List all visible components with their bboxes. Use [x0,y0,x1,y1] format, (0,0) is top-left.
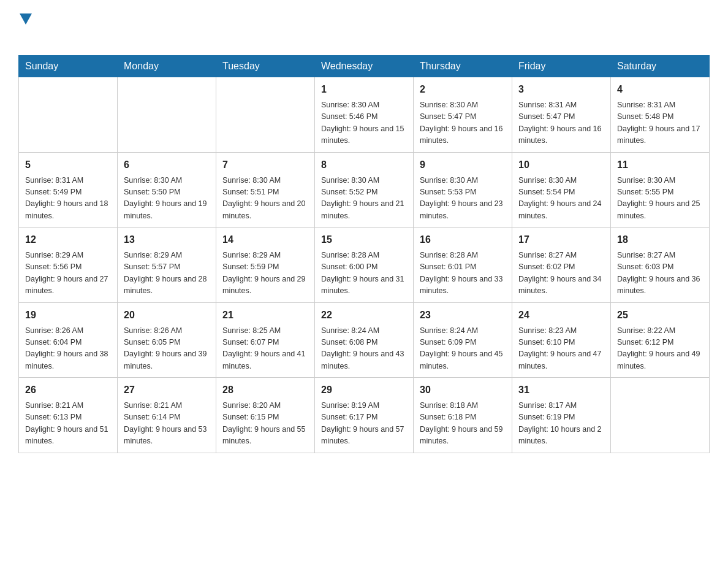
calendar-day-cell: 11Sunrise: 8:30 AMSunset: 5:55 PMDayligh… [611,152,710,228]
day-info: Sunrise: 8:31 AMSunset: 5:47 PMDaylight:… [518,99,604,147]
calendar-day-cell: 25Sunrise: 8:22 AMSunset: 6:12 PMDayligh… [611,302,710,378]
day-number: 22 [321,308,407,323]
day-number: 26 [25,383,111,397]
day-number: 15 [321,232,407,247]
calendar-day-cell: 22Sunrise: 8:24 AMSunset: 6:08 PMDayligh… [315,302,414,378]
day-number: 27 [124,383,210,397]
calendar-header-row: SundayMondayTuesdayWednesdayThursdayFrid… [19,56,710,77]
day-of-week-header: Monday [118,56,216,77]
day-number: 19 [25,308,111,323]
day-number: 21 [222,308,308,323]
day-of-week-header: Friday [512,56,611,77]
day-info: Sunrise: 8:29 AMSunset: 5:56 PMDaylight:… [25,250,111,297]
calendar-day-cell: 18Sunrise: 8:27 AMSunset: 6:03 PMDayligh… [611,228,710,303]
day-number: 10 [518,158,604,172]
day-of-week-header: Wednesday [315,56,414,77]
logo-triangle-icon [20,13,32,26]
calendar-week-row: 12Sunrise: 8:29 AMSunset: 5:56 PMDayligh… [19,228,710,303]
calendar-day-cell: 27Sunrise: 8:21 AMSunset: 6:14 PMDayligh… [118,378,216,453]
day-number: 11 [617,158,703,172]
calendar-day-cell [216,77,315,153]
calendar-day-cell: 2Sunrise: 8:30 AMSunset: 5:47 PMDaylight… [414,77,512,153]
day-info: Sunrise: 8:27 AMSunset: 6:03 PMDaylight:… [617,250,703,297]
calendar-day-cell: 14Sunrise: 8:29 AMSunset: 5:59 PMDayligh… [216,228,315,303]
svg-marker-0 [20,13,32,25]
calendar-day-cell: 29Sunrise: 8:19 AMSunset: 6:17 PMDayligh… [315,378,414,453]
day-number: 4 [617,82,703,97]
day-info: Sunrise: 8:30 AMSunset: 5:51 PMDaylight:… [222,175,308,223]
day-number: 25 [617,308,703,323]
day-number: 18 [617,232,703,247]
calendar-day-cell: 20Sunrise: 8:26 AMSunset: 6:05 PMDayligh… [118,302,216,378]
calendar-week-row: 1Sunrise: 8:30 AMSunset: 5:46 PMDaylight… [19,77,710,153]
calendar-day-cell [19,77,118,153]
day-info: Sunrise: 8:31 AMSunset: 5:48 PMDaylight:… [617,99,703,147]
calendar-day-cell: 30Sunrise: 8:18 AMSunset: 6:18 PMDayligh… [414,378,512,453]
day-info: Sunrise: 8:21 AMSunset: 6:14 PMDaylight:… [124,400,210,448]
day-of-week-header: Saturday [611,56,710,77]
day-number: 3 [518,82,604,97]
day-number: 31 [518,383,604,397]
day-info: Sunrise: 8:18 AMSunset: 6:18 PMDaylight:… [420,400,506,448]
day-number: 1 [321,82,407,97]
page-header [18,12,710,43]
day-number: 24 [518,308,604,323]
day-info: Sunrise: 8:29 AMSunset: 5:59 PMDaylight:… [222,250,308,297]
day-info: Sunrise: 8:30 AMSunset: 5:50 PMDaylight:… [124,175,210,223]
day-of-week-header: Sunday [19,56,118,77]
day-info: Sunrise: 8:30 AMSunset: 5:46 PMDaylight:… [321,99,407,147]
calendar-day-cell: 8Sunrise: 8:30 AMSunset: 5:52 PMDaylight… [315,152,414,228]
day-number: 29 [321,383,407,397]
day-number: 5 [25,158,111,172]
day-info: Sunrise: 8:29 AMSunset: 5:57 PMDaylight:… [124,250,210,297]
day-info: Sunrise: 8:27 AMSunset: 6:02 PMDaylight:… [518,250,604,297]
calendar-week-row: 26Sunrise: 8:21 AMSunset: 6:13 PMDayligh… [19,378,710,453]
day-info: Sunrise: 8:26 AMSunset: 6:05 PMDaylight:… [124,325,210,373]
day-number: 2 [420,82,506,97]
day-number: 16 [420,232,506,247]
calendar-day-cell [118,77,216,153]
day-number: 7 [222,158,308,172]
calendar-day-cell: 1Sunrise: 8:30 AMSunset: 5:46 PMDaylight… [315,77,414,153]
day-info: Sunrise: 8:30 AMSunset: 5:55 PMDaylight:… [617,175,703,223]
calendar-day-cell: 9Sunrise: 8:30 AMSunset: 5:53 PMDaylight… [414,152,512,228]
calendar-day-cell: 12Sunrise: 8:29 AMSunset: 5:56 PMDayligh… [19,228,118,303]
day-number: 8 [321,158,407,172]
day-info: Sunrise: 8:19 AMSunset: 6:17 PMDaylight:… [321,400,407,448]
calendar-day-cell: 31Sunrise: 8:17 AMSunset: 6:19 PMDayligh… [512,378,611,453]
calendar-day-cell: 17Sunrise: 8:27 AMSunset: 6:02 PMDayligh… [512,228,611,303]
calendar-day-cell: 19Sunrise: 8:26 AMSunset: 6:04 PMDayligh… [19,302,118,378]
day-info: Sunrise: 8:23 AMSunset: 6:10 PMDaylight:… [518,325,604,373]
calendar-day-cell: 26Sunrise: 8:21 AMSunset: 6:13 PMDayligh… [19,378,118,453]
calendar-day-cell: 15Sunrise: 8:28 AMSunset: 6:00 PMDayligh… [315,228,414,303]
day-number: 17 [518,232,604,247]
day-info: Sunrise: 8:22 AMSunset: 6:12 PMDaylight:… [617,325,703,373]
day-info: Sunrise: 8:17 AMSunset: 6:19 PMDaylight:… [518,400,604,448]
day-number: 20 [124,308,210,323]
day-info: Sunrise: 8:24 AMSunset: 6:09 PMDaylight:… [420,325,506,373]
day-info: Sunrise: 8:31 AMSunset: 5:49 PMDaylight:… [25,175,111,223]
calendar-table: SundayMondayTuesdayWednesdayThursdayFrid… [18,55,710,453]
calendar-day-cell: 10Sunrise: 8:30 AMSunset: 5:54 PMDayligh… [512,152,611,228]
day-info: Sunrise: 8:30 AMSunset: 5:47 PMDaylight:… [420,99,506,147]
day-info: Sunrise: 8:24 AMSunset: 6:08 PMDaylight:… [321,325,407,373]
day-info: Sunrise: 8:21 AMSunset: 6:13 PMDaylight:… [25,400,111,448]
day-number: 23 [420,308,506,323]
calendar-week-row: 5Sunrise: 8:31 AMSunset: 5:49 PMDaylight… [19,152,710,228]
day-number: 13 [124,232,210,247]
calendar-day-cell: 4Sunrise: 8:31 AMSunset: 5:48 PMDaylight… [611,77,710,153]
calendar-week-row: 19Sunrise: 8:26 AMSunset: 6:04 PMDayligh… [19,302,710,378]
calendar-day-cell: 7Sunrise: 8:30 AMSunset: 5:51 PMDaylight… [216,152,315,228]
logo [18,12,32,43]
day-info: Sunrise: 8:28 AMSunset: 6:01 PMDaylight:… [420,250,506,297]
calendar-day-cell [611,378,710,453]
calendar-day-cell: 6Sunrise: 8:30 AMSunset: 5:50 PMDaylight… [118,152,216,228]
calendar-day-cell: 5Sunrise: 8:31 AMSunset: 5:49 PMDaylight… [19,152,118,228]
day-number: 28 [222,383,308,397]
day-number: 30 [420,383,506,397]
calendar-day-cell: 13Sunrise: 8:29 AMSunset: 5:57 PMDayligh… [118,228,216,303]
day-number: 14 [222,232,308,247]
day-number: 9 [420,158,506,172]
calendar-day-cell: 23Sunrise: 8:24 AMSunset: 6:09 PMDayligh… [414,302,512,378]
calendar-day-cell: 16Sunrise: 8:28 AMSunset: 6:01 PMDayligh… [414,228,512,303]
